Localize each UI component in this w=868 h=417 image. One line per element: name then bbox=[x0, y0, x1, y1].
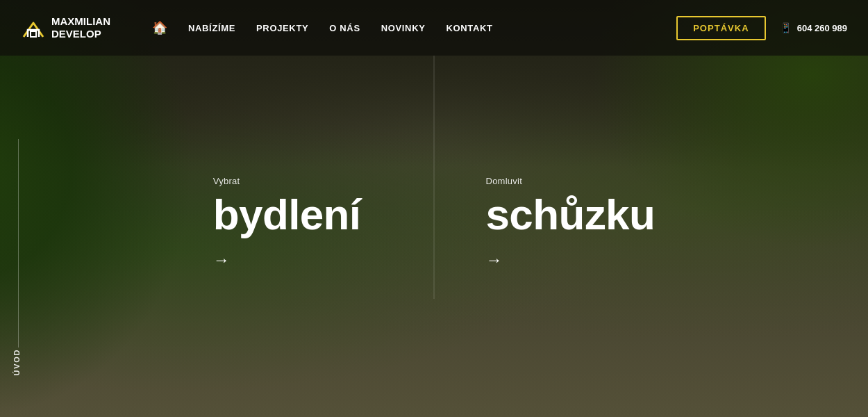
logo-text: Maxmilian develop bbox=[51, 15, 110, 40]
svg-rect-0 bbox=[31, 31, 36, 37]
phone-link[interactable]: 📱 604 260 989 bbox=[780, 22, 847, 33]
schuzku-subtitle: Domluvit bbox=[485, 176, 522, 186]
nav-nabizime[interactable]: NABÍZÍME bbox=[188, 23, 235, 33]
nav-projekty[interactable]: PROJEKTY bbox=[256, 23, 308, 33]
phone-icon: 📱 bbox=[780, 22, 792, 33]
bydleni-subtitle: Vybrat bbox=[213, 176, 240, 186]
nav-novinky[interactable]: NOVINKY bbox=[381, 23, 426, 33]
foliage-decoration bbox=[0, 0, 194, 417]
navbar: Maxmilian develop 🏠 NABÍZÍME PROJEKTY O … bbox=[0, 0, 868, 56]
home-icon[interactable]: 🏠 bbox=[152, 20, 167, 35]
side-line bbox=[18, 139, 19, 348]
nav-o-nas[interactable]: O NÁS bbox=[329, 23, 360, 33]
schuzku-arrow[interactable]: → bbox=[485, 250, 502, 270]
nav-right: POPTÁVKA 📱 604 260 989 bbox=[676, 16, 847, 40]
side-label-uvod: ÚVOD bbox=[12, 349, 21, 375]
bydleni-title: bydlení bbox=[213, 193, 361, 236]
hero-card-bydleni[interactable]: Vybrat bydlení → bbox=[213, 176, 361, 270]
hero-card-schuzku[interactable]: Domluvit schůzku → bbox=[485, 176, 655, 270]
schuzku-title: schůzku bbox=[485, 193, 655, 236]
nav-kontakt[interactable]: KONTAKT bbox=[446, 23, 493, 33]
nav-links: 🏠 NABÍZÍME PROJEKTY O NÁS NOVINKY KONTAK… bbox=[152, 20, 662, 35]
hero-content: Vybrat bydlení → Domluvit schůzku → bbox=[213, 148, 655, 270]
phone-number: 604 260 989 bbox=[797, 23, 847, 33]
poptavka-button[interactable]: POPTÁVKA bbox=[676, 16, 766, 40]
logo-icon bbox=[21, 17, 46, 38]
logo-link[interactable]: Maxmilian develop bbox=[21, 15, 110, 40]
bydleni-arrow[interactable]: → bbox=[213, 250, 230, 270]
